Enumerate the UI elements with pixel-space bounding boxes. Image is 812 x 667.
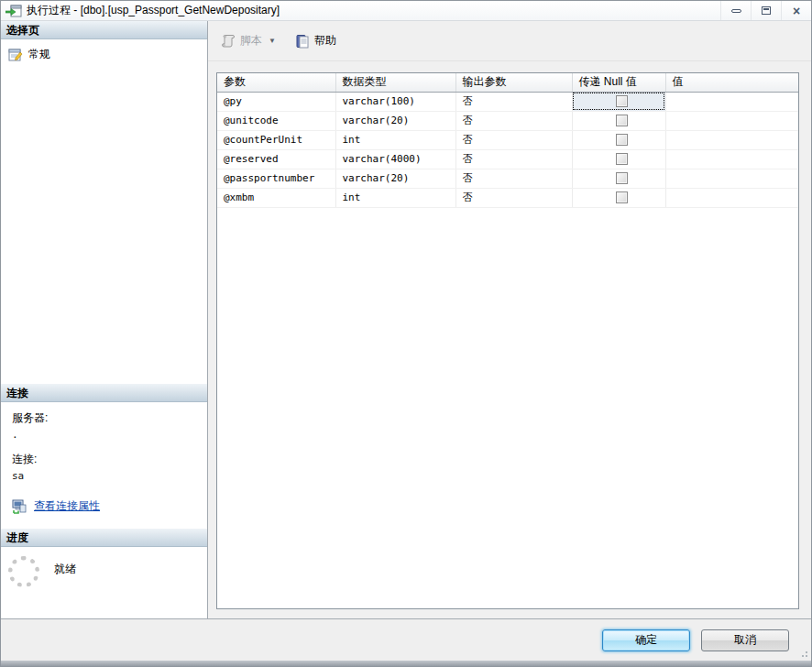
param-type-cell: int [335, 188, 455, 207]
script-button[interactable]: 脚本 [216, 29, 267, 52]
parameter-grid-panel: 参数 数据类型 输出参数 传递 Null 值 值 @py varchar(100… [216, 72, 799, 609]
null-checkbox[interactable] [616, 95, 628, 107]
close-icon: × [793, 5, 800, 17]
pass-null-cell[interactable] [572, 188, 665, 207]
param-value-cell[interactable] [665, 169, 798, 188]
pages-area: 常规 [1, 39, 207, 384]
connection-area: 服务器: . 连接: sa 查看连接属性 [1, 402, 207, 529]
window-frame-bottom [1, 661, 811, 666]
table-row: @unitcode varchar(20) 否 [217, 111, 798, 130]
general-page-icon [8, 48, 23, 62]
window-controls: × [720, 1, 811, 20]
grid-header-row: 参数 数据类型 输出参数 传递 Null 值 值 [217, 73, 798, 92]
param-output-cell: 否 [455, 130, 572, 149]
param-name-cell[interactable]: @passportnumber [217, 169, 335, 188]
window-title: 执行过程 - [dbo].[usp_Passport_GetNewDeposit… [27, 3, 720, 18]
resize-grip[interactable] [798, 648, 807, 657]
pass-null-cell[interactable] [572, 130, 665, 149]
computer-icon [12, 499, 27, 514]
param-name-cell[interactable]: @unitcode [217, 111, 335, 130]
footer: 确定 取消 [1, 618, 811, 661]
column-header-value[interactable]: 值 [665, 73, 798, 92]
null-checkbox[interactable] [616, 115, 628, 126]
param-value-cell[interactable] [665, 188, 798, 207]
script-button-label: 脚本 [240, 33, 262, 49]
param-output-cell: 否 [455, 188, 572, 207]
minimize-button[interactable] [720, 1, 751, 20]
ok-button[interactable]: 确定 [602, 629, 690, 651]
param-value-cell[interactable] [665, 130, 798, 149]
param-name-cell[interactable]: @py [217, 92, 335, 111]
execute-procedure-icon [5, 5, 22, 17]
connection-label: 连接: [12, 452, 207, 467]
param-type-cell: varchar(100) [335, 92, 455, 111]
param-value-cell[interactable] [665, 92, 798, 111]
param-name-cell[interactable]: @reserved [217, 149, 335, 169]
column-header-datatype[interactable]: 数据类型 [335, 73, 455, 92]
toolbar: 脚本 ▼ 帮助 [208, 21, 811, 61]
script-scroll-icon [221, 34, 236, 49]
param-output-cell: 否 [455, 92, 572, 111]
server-value: . [12, 429, 207, 441]
param-name-cell[interactable]: @countPerUnit [217, 130, 335, 149]
progress-area: 就绪 [1, 547, 207, 618]
column-header-parameter[interactable]: 参数 [217, 73, 335, 92]
view-connection-properties[interactable]: 查看连接属性 [12, 498, 207, 514]
null-checkbox[interactable] [616, 172, 628, 184]
column-header-output[interactable]: 输出参数 [455, 73, 572, 92]
null-checkbox[interactable] [616, 153, 628, 165]
null-checkbox[interactable] [616, 191, 628, 203]
column-header-pass-null[interactable]: 传递 Null 值 [572, 73, 665, 92]
param-name-cell[interactable]: @xmbm [217, 188, 335, 207]
table-row: @py varchar(100) 否 [217, 92, 798, 111]
param-value-cell[interactable] [665, 149, 798, 169]
progress-spinner-icon [8, 556, 39, 587]
pass-null-cell[interactable] [572, 149, 665, 169]
help-button-label: 帮助 [314, 33, 336, 49]
param-output-cell: 否 [455, 149, 572, 169]
help-button[interactable]: 帮助 [291, 29, 341, 52]
main-pane: 脚本 ▼ 帮助 [208, 21, 811, 618]
table-row: @countPerUnit int 否 [217, 130, 798, 149]
progress-status: 就绪 [54, 562, 76, 577]
titlebar: 执行过程 - [dbo].[usp_Passport_GetNewDeposit… [1, 1, 811, 21]
param-value-cell[interactable] [665, 111, 798, 130]
table-row: @reserved varchar(4000) 否 [217, 149, 798, 169]
sidebar-item-general[interactable]: 常规 [1, 45, 207, 64]
null-checkbox[interactable] [616, 134, 628, 146]
param-type-cell: varchar(20) [335, 111, 455, 130]
table-row: @xmbm int 否 [217, 188, 798, 207]
connection-header: 连接 [1, 384, 207, 402]
progress-header: 进度 [1, 529, 207, 547]
minimize-icon [731, 9, 741, 13]
grid-outer: 参数 数据类型 输出参数 传递 Null 值 值 @py varchar(100… [208, 61, 811, 618]
help-icon [295, 34, 310, 49]
script-dropdown-icon[interactable]: ▼ [269, 37, 280, 45]
pass-null-cell[interactable] [572, 92, 665, 111]
pass-null-cell[interactable] [572, 111, 665, 130]
close-button[interactable]: × [781, 1, 811, 20]
execute-procedure-dialog: 执行过程 - [dbo].[usp_Passport_GetNewDeposit… [0, 0, 812, 667]
cancel-button[interactable]: 取消 [701, 629, 789, 651]
maximize-button[interactable] [751, 1, 781, 20]
server-label: 服务器: [12, 410, 207, 426]
parameter-grid: 参数 数据类型 输出参数 传递 Null 值 值 @py varchar(100… [217, 73, 798, 208]
pass-null-cell[interactable] [572, 169, 665, 188]
maximize-icon [762, 6, 771, 15]
sidebar-item-label: 常规 [28, 47, 50, 62]
param-type-cell: varchar(4000) [335, 149, 455, 169]
param-type-cell: varchar(20) [335, 169, 455, 188]
connection-value: sa [12, 470, 207, 482]
select-page-header: 选择页 [1, 21, 207, 39]
dialog-body: 选择页 常规 连接 服务器: . 连接: sa [1, 21, 811, 618]
param-output-cell: 否 [455, 169, 572, 188]
sidebar: 选择页 常规 连接 服务器: . 连接: sa [1, 21, 208, 618]
param-type-cell: int [335, 130, 455, 149]
param-output-cell: 否 [455, 111, 572, 130]
view-connection-properties-link[interactable]: 查看连接属性 [34, 498, 100, 514]
table-row: @passportnumber varchar(20) 否 [217, 169, 798, 188]
